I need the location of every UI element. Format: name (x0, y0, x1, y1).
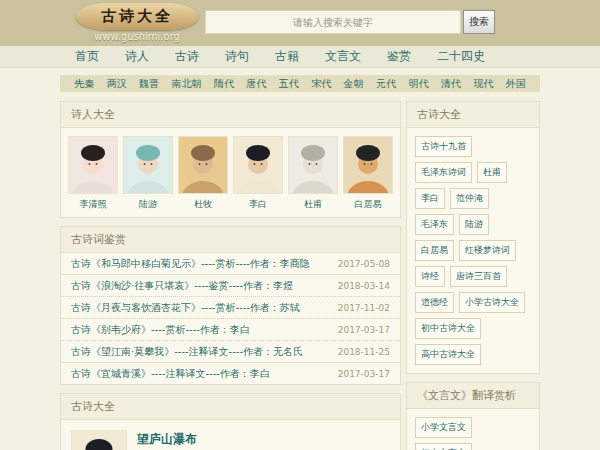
search-input[interactable] (205, 10, 461, 34)
era-link-qing[interactable]: 清代 (441, 77, 461, 91)
site-logo[interactable]: 古诗大全 www.gushimi.org (62, 3, 212, 42)
nav-item-24-histories[interactable]: 二十四史 (437, 48, 485, 65)
logo-title: 古诗大全 (100, 7, 173, 26)
sidebar-tag-link[interactable]: 毛泽东 (415, 214, 454, 235)
sidebar: 古诗大全 古诗十九首 毛泽东诗词 杜甫 李白 范仲淹 毛泽东 陆游 白居易 红楼… (406, 101, 540, 450)
list-item: 古诗《望江南·莫攀我》----注释译文----作者：无名氏 2018-11-25 (61, 341, 400, 363)
sidebar-tag-list: 小学文言文 初中文言文 高中文言文 古文观止 (407, 409, 539, 450)
sidebar-tag-link[interactable]: 初中文言文 (415, 443, 472, 450)
content-area: 诗人大全 李清照 陆游 杜牧 李白 (60, 101, 540, 450)
sidebar-tag-link[interactable]: 毛泽东诗词 (415, 162, 472, 183)
poet-portrait-icon (343, 136, 393, 194)
poem-title-link[interactable]: 望庐山瀑布 (137, 430, 390, 449)
nav-item-verses[interactable]: 诗句 (225, 48, 249, 65)
era-link-weijin[interactable]: 魏晋 (139, 77, 159, 91)
poet-card-dumu[interactable]: 杜牧 (178, 136, 228, 213)
main-column: 诗人大全 李清照 陆游 杜牧 李白 (60, 101, 401, 450)
era-link-ming[interactable]: 明代 (408, 77, 428, 91)
poet-card-libai[interactable]: 李白 (233, 136, 283, 213)
sidebar-tag-link[interactable]: 白居易 (415, 240, 454, 261)
sidebar-tag-link[interactable]: 高中古诗大全 (415, 344, 481, 365)
poet-portrait-icon (123, 136, 173, 194)
era-link-modern[interactable]: 现代 (473, 77, 493, 91)
search-bar: 搜索 (205, 10, 495, 34)
poet-portrait-row: 李清照 陆游 杜牧 李白 杜甫 (61, 128, 400, 217)
era-subnav: 先秦 两汉 魏晋 南北朝 隋代 唐代 五代 宋代 金朝 元代 明代 清代 现代 … (60, 75, 540, 92)
search-button[interactable]: 搜索 (463, 10, 495, 34)
list-item: 古诗《宜城青溪》----注释译文----作者：李白 2017-03-17 (61, 363, 400, 384)
sidebar-tag-link[interactable]: 初中古诗大全 (415, 318, 481, 339)
poet-card-baijuyi[interactable]: 白居易 (343, 136, 393, 213)
nav-item-ancient-books[interactable]: 古籍 (275, 48, 299, 65)
poet-portrait-icon (288, 136, 338, 194)
nav-item-poems[interactable]: 古诗 (175, 48, 199, 65)
site-header: 古诗大全 www.gushimi.org 搜索 (0, 0, 600, 46)
era-link-foreign[interactable]: 外国 (506, 77, 526, 91)
poet-portrait-icon (68, 136, 118, 194)
sidebar-tag-link[interactable]: 小学文言文 (415, 417, 472, 438)
poet-card-dufu[interactable]: 杜甫 (288, 136, 338, 213)
main-nav: 首页 诗人 古诗 诗句 古籍 文言文 鉴赏 二十四史 (0, 46, 600, 68)
poet-name: 白居易 (343, 194, 393, 213)
poem-appreciation-link[interactable]: 古诗《宜城青溪》----注释译文----作者：李白 (71, 367, 270, 381)
sidebar-tag-link[interactable]: 李白 (415, 188, 445, 209)
poem-author-avatar[interactable] (71, 430, 127, 450)
nav-item-poets[interactable]: 诗人 (125, 48, 149, 65)
poet-name: 杜牧 (178, 194, 228, 213)
sidebar-tag-link[interactable]: 红楼梦诗词 (459, 240, 516, 261)
sidebar-tag-list: 古诗十九首 毛泽东诗词 杜甫 李白 范仲淹 毛泽东 陆游 白居易 红楼梦诗词 诗… (407, 128, 539, 373)
poem-collection-panel-title: 古诗大全 (61, 394, 400, 420)
era-link-wudai[interactable]: 五代 (279, 77, 299, 91)
poem-appreciation-link[interactable]: 古诗《和马郎中移白菊见示》----赏析----作者：李商隐 (71, 257, 310, 271)
poet-portrait-icon (178, 136, 228, 194)
era-link-nanbeichao[interactable]: 南北朝 (171, 77, 201, 91)
sidebar-tag-link[interactable]: 范仲淹 (450, 188, 489, 209)
post-date: 2017-03-17 (338, 369, 390, 379)
era-link-jin[interactable]: 金朝 (344, 77, 364, 91)
era-link-song[interactable]: 宋代 (311, 77, 331, 91)
logo-scroll-banner: 古诗大全 (76, 3, 198, 30)
nav-item-classical-prose[interactable]: 文言文 (325, 48, 361, 65)
poem-appreciation-link[interactable]: 古诗《望江南·莫攀我》----注释译文----作者：无名氏 (71, 345, 303, 359)
nav-item-appreciation[interactable]: 鉴赏 (387, 48, 411, 65)
poet-name: 李清照 (68, 194, 118, 213)
sidebar-panel-title: 《文言文》翻译赏析 (407, 383, 539, 409)
poet-card-liqingzhao[interactable]: 李清照 (68, 136, 118, 213)
poet-name: 杜甫 (288, 194, 338, 213)
sidebar-tag-link[interactable]: 杜甫 (477, 162, 507, 183)
sidebar-panel-poems: 古诗大全 古诗十九首 毛泽东诗词 杜甫 李白 范仲淹 毛泽东 陆游 白居易 红楼… (406, 101, 540, 374)
poem-appreciation-link[interactable]: 古诗《浪淘沙·往事只堪哀》----鉴赏----作者：李煜 (71, 279, 293, 293)
poet-portrait-icon (71, 430, 127, 450)
sidebar-tag-link[interactable]: 道德经 (415, 292, 454, 313)
era-link-tang[interactable]: 唐代 (246, 77, 266, 91)
era-link-han[interactable]: 两汉 (107, 77, 127, 91)
list-item: 古诗《别韦少府》----赏析----作者：李白 2017-03-17 (61, 319, 400, 341)
sidebar-tag-link[interactable]: 陆游 (459, 214, 489, 235)
logo-url: www.gushimi.org (62, 31, 212, 42)
appreciation-panel-title: 古诗词鉴赏 (61, 227, 400, 253)
poem-entry: 望庐山瀑布 作者: 李白 访问量：110734 收录时间:2017-03-17 … (61, 420, 400, 450)
sidebar-tag-link[interactable]: 古诗十九首 (415, 136, 472, 157)
post-date: 2017-03-17 (338, 325, 390, 335)
poet-card-luyou[interactable]: 陆游 (123, 136, 173, 213)
poet-portrait-icon (233, 136, 283, 194)
post-date: 2018-03-14 (338, 281, 390, 291)
poem-appreciation-link[interactable]: 古诗《别韦少府》----赏析----作者：李白 (71, 323, 250, 337)
era-link-yuan[interactable]: 元代 (376, 77, 396, 91)
sidebar-panel-title: 古诗大全 (407, 102, 539, 128)
era-link-sui[interactable]: 隋代 (214, 77, 234, 91)
list-item: 古诗《和马郎中移白菊见示》----赏析----作者：李商隐 2017-05-08 (61, 253, 400, 275)
poets-panel-title: 诗人大全 (61, 102, 400, 128)
sidebar-tag-link[interactable]: 唐诗三百首 (450, 266, 507, 287)
list-item: 古诗《浪淘沙·往事只堪哀》----鉴赏----作者：李煜 2018-03-14 (61, 275, 400, 297)
poem-entry-body: 望庐山瀑布 作者: 李白 访问量：110734 收录时间:2017-03-17 … (127, 430, 390, 450)
poem-appreciation-link[interactable]: 古诗《月夜与客饮酒杏花下》----赏析----作者：苏轼 (71, 301, 300, 315)
list-item: 古诗《月夜与客饮酒杏花下》----赏析----作者：苏轼 2017-11-02 (61, 297, 400, 319)
post-date: 2017-11-02 (338, 303, 390, 313)
nav-item-home[interactable]: 首页 (75, 48, 99, 65)
poet-name: 陆游 (123, 194, 173, 213)
sidebar-tag-link[interactable]: 小学古诗大全 (459, 292, 525, 313)
era-link-pre-qin[interactable]: 先秦 (74, 77, 94, 91)
sidebar-panel-classical-prose: 《文言文》翻译赏析 小学文言文 初中文言文 高中文言文 古文观止 (406, 382, 540, 450)
sidebar-tag-link[interactable]: 诗经 (415, 266, 445, 287)
